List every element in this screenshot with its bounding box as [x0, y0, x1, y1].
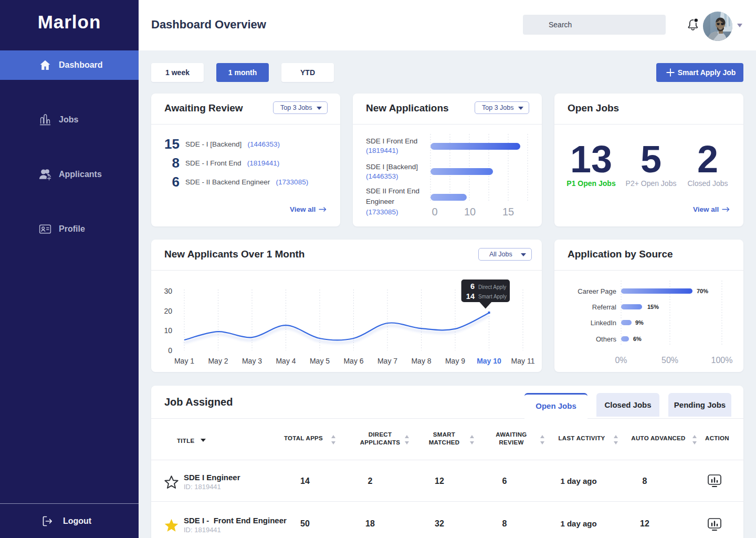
svg-text:0: 0 — [168, 346, 172, 355]
svg-text:SDE I [Backend]: SDE I [Backend] — [366, 163, 418, 171]
svg-text:(1446353): (1446353) — [366, 172, 398, 180]
svg-text:9%: 9% — [635, 319, 644, 326]
svg-text:100%: 100% — [711, 356, 733, 365]
svg-text:May 7: May 7 — [377, 357, 397, 365]
svg-text:May 5: May 5 — [310, 357, 330, 365]
svg-text:10: 10 — [464, 206, 476, 218]
svg-text:(1733085): (1733085) — [366, 208, 398, 216]
svg-text:May 1: May 1 — [174, 357, 194, 365]
svg-text:Career Page: Career Page — [578, 287, 616, 295]
svg-text:6: 6 — [470, 282, 475, 291]
svg-text:(1819441): (1819441) — [366, 147, 398, 154]
svg-text:May 3: May 3 — [242, 357, 262, 365]
svg-text:15%: 15% — [647, 304, 659, 310]
svg-text:SDE II Front End: SDE II Front End — [366, 187, 419, 195]
svg-text:May 11: May 11 — [511, 357, 535, 365]
svg-text:0%: 0% — [615, 356, 627, 365]
svg-text:0: 0 — [432, 206, 437, 218]
svg-text:70%: 70% — [697, 288, 708, 294]
svg-text:May 6: May 6 — [343, 357, 363, 365]
svg-text:SDE I Front End: SDE I Front End — [366, 137, 417, 145]
svg-text:May 8: May 8 — [411, 357, 431, 365]
svg-text:Engineer: Engineer — [366, 198, 395, 205]
svg-text:Direct Apply: Direct Apply — [478, 284, 506, 290]
svg-text:50%: 50% — [662, 356, 678, 365]
svg-text:May 9: May 9 — [445, 357, 465, 365]
svg-text:May 4: May 4 — [276, 357, 296, 365]
svg-text:Others: Others — [596, 335, 617, 343]
svg-text:15: 15 — [502, 206, 514, 218]
svg-text:Smart Apply: Smart Apply — [478, 294, 507, 299]
svg-text:May 2: May 2 — [208, 357, 228, 365]
svg-text:6%: 6% — [633, 336, 642, 342]
svg-text:Referral: Referral — [592, 303, 616, 311]
svg-text:30: 30 — [164, 287, 172, 295]
svg-text:14: 14 — [466, 292, 475, 301]
svg-text:10: 10 — [164, 326, 172, 335]
svg-text:20: 20 — [164, 307, 172, 315]
svg-text:LinkedIn: LinkedIn — [591, 319, 616, 327]
svg-text:May 10: May 10 — [477, 357, 501, 365]
